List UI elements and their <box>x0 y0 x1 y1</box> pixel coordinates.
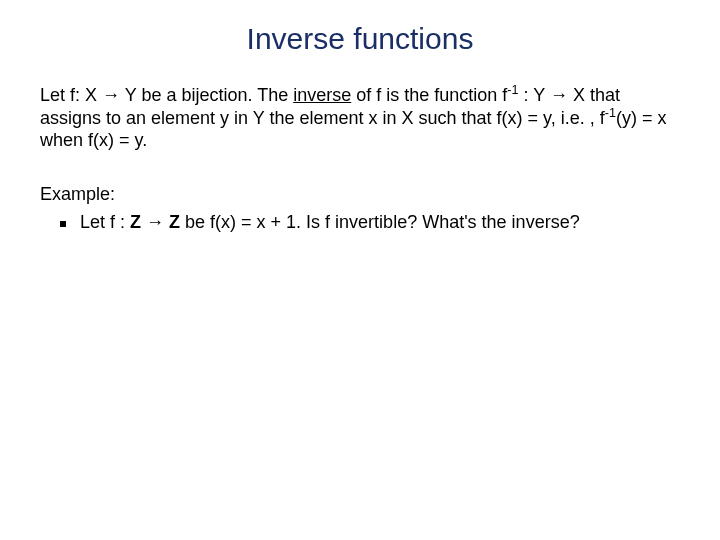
arrow-icon: → <box>102 85 120 105</box>
def-text-2: Y be a bijection. The <box>120 85 293 105</box>
example-label: Example: <box>40 184 680 205</box>
def-text-1: Let f: X <box>40 85 102 105</box>
bullet-part-1: Let f : <box>80 212 130 232</box>
slide-title: Inverse functions <box>40 22 680 56</box>
integer-set-z: Z <box>130 212 141 232</box>
bullet-text: Let f : Z → Z be f(x) = x + 1. Is f inve… <box>80 211 580 234</box>
bullet-icon <box>60 221 66 227</box>
arrow-icon: → <box>141 212 169 232</box>
superscript-minus-one: -1 <box>605 106 616 120</box>
list-item: Let f : Z → Z be f(x) = x + 1. Is f inve… <box>60 211 680 234</box>
inverse-underlined: inverse <box>293 85 351 105</box>
definition-paragraph: Let f: X → Y be a bijection. The inverse… <box>40 84 680 152</box>
superscript-minus-one: -1 <box>507 83 518 97</box>
def-text-3: of f is the function f <box>351 85 507 105</box>
slide: Inverse functions Let f: X → Y be a bije… <box>0 0 720 540</box>
arrow-icon: → <box>550 85 568 105</box>
bullet-part-2: be f(x) = x + 1. Is f invertible? What's… <box>180 212 580 232</box>
def-text-4: : Y <box>519 85 550 105</box>
integer-set-z: Z <box>169 212 180 232</box>
